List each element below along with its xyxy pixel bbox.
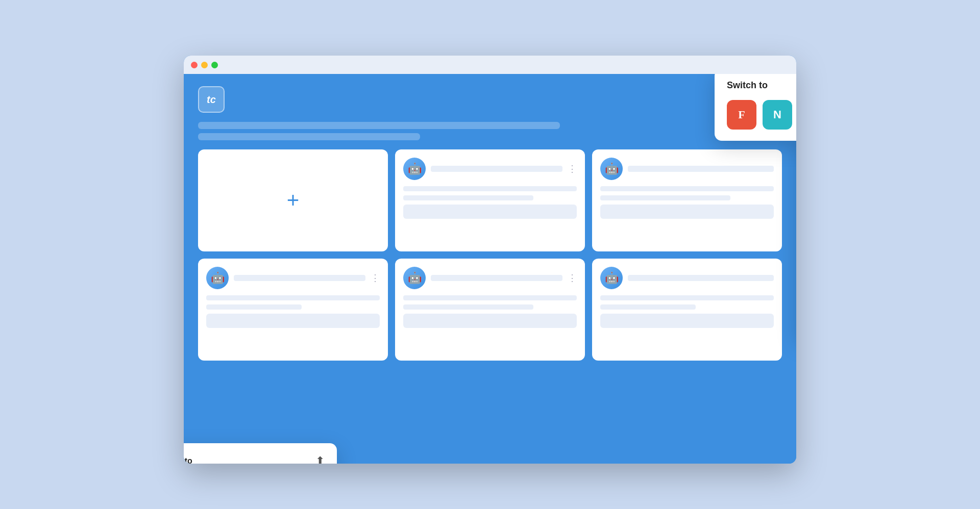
add-icon: + [287, 190, 300, 211]
card-title-bar-3 [234, 275, 365, 281]
card-title-bar-4 [431, 275, 562, 281]
switch-apps-row: F N E G H A [727, 100, 796, 130]
skeleton [206, 295, 380, 300]
app-freshdesk[interactable]: F [727, 100, 756, 130]
skeleton-block [403, 314, 577, 328]
browser-content: tc + 🤖 ⋮ [184, 74, 796, 464]
traffic-light-green[interactable] [211, 62, 218, 68]
app-nicereply[interactable]: N [763, 100, 792, 130]
switch-to-title: Switch to [727, 80, 796, 91]
card-menu-4[interactable]: ⋮ [568, 272, 577, 284]
bot-avatar-4: 🤖 [403, 267, 426, 289]
header-skeleton-2 [198, 133, 420, 140]
traffic-light-yellow[interactable] [201, 62, 208, 68]
browser-window: tc + 🤖 ⋮ [184, 56, 796, 464]
skeleton [600, 186, 774, 191]
card-title-bar-5 [628, 275, 774, 281]
skeleton-block [600, 205, 774, 219]
logo-text: tc [207, 94, 216, 106]
bot-avatar-1: 🤖 [403, 158, 426, 180]
deploy-title: Deploy to [184, 456, 192, 464]
deploy-header: Deploy to ⬆ [184, 454, 325, 464]
skeleton [403, 304, 533, 310]
switch-to-popup: Switch to F N E G [715, 74, 796, 141]
add-card[interactable]: + [198, 149, 388, 251]
skeleton-block [600, 314, 774, 328]
card-title-bar-2 [628, 166, 774, 172]
skeleton [403, 195, 533, 200]
skeleton [206, 304, 302, 310]
skeleton-block [403, 205, 577, 219]
bot-card-4: 🤖 ⋮ [395, 259, 585, 361]
card-menu-3[interactable]: ⋮ [371, 272, 380, 284]
upload-icon[interactable]: ⬆ [315, 454, 325, 464]
skeleton [403, 295, 577, 300]
card-menu-1[interactable]: ⋮ [568, 163, 577, 174]
bot-card-2: 🤖 [592, 149, 782, 251]
app-logo: tc [198, 86, 225, 113]
browser-titlebar [184, 56, 796, 74]
skeleton [600, 304, 696, 310]
traffic-light-red[interactable] [191, 62, 198, 68]
skeleton-block [206, 314, 380, 328]
bot-avatar-2: 🤖 [600, 158, 623, 180]
header-skeleton-1 [198, 122, 560, 129]
skeleton [600, 195, 730, 200]
skeleton [600, 295, 774, 300]
deploy-to-popup: Deploy to ⬆ LINE [184, 443, 337, 464]
skeleton [403, 186, 577, 191]
bot-card-1: 🤖 ⋮ [395, 149, 585, 251]
card-grid: + 🤖 ⋮ 🤖 [198, 149, 782, 361]
bot-avatar-5: 🤖 [600, 267, 623, 289]
card-title-bar-1 [431, 166, 562, 172]
bot-avatar-3: 🤖 [206, 267, 229, 289]
bot-card-3: 🤖 ⋮ [198, 259, 388, 361]
bot-card-5: 🤖 [592, 259, 782, 361]
